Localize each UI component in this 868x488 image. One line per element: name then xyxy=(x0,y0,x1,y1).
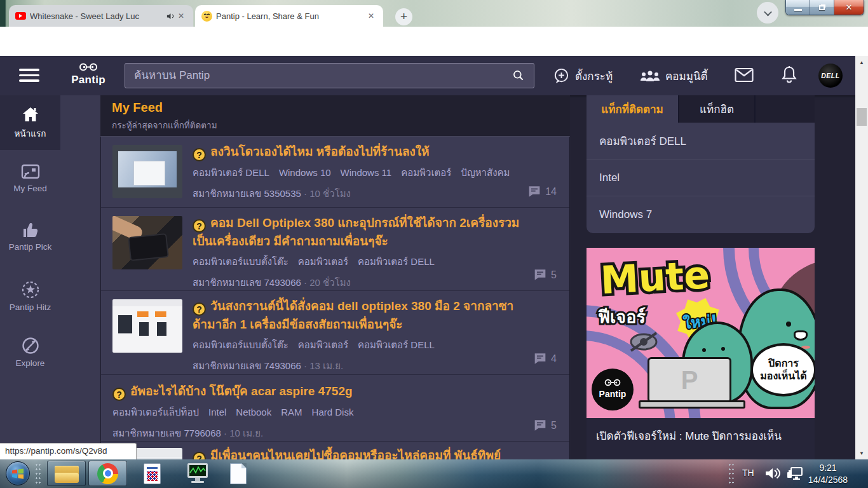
tag-link[interactable]: คอมพิวเตอร์ DELL xyxy=(358,256,435,267)
tag-link[interactable]: Netbook xyxy=(236,407,271,417)
tab-search-button[interactable] xyxy=(757,2,778,24)
search-input[interactable] xyxy=(125,69,512,82)
tag-link[interactable]: Windows 10 xyxy=(279,167,331,178)
tab-audio-icon[interactable] xyxy=(166,11,175,21)
tag-link[interactable]: Windows 11 xyxy=(341,167,392,178)
taskbar-document-icon[interactable] xyxy=(230,463,247,484)
user-avatar[interactable]: DELL xyxy=(818,64,843,88)
feed-item[interactable]: ?มีเพื่อนๆคนไหนเคยไปซื้อคอมหรืออะไหล่คอม… xyxy=(101,442,569,459)
people-group-icon xyxy=(640,69,660,83)
eye-slash-icon xyxy=(627,330,660,353)
tag-link[interactable]: Hard Disk xyxy=(312,407,354,417)
tag-link[interactable]: คอมพิวเตอร์แบบตั้งโต๊ะ xyxy=(193,339,288,350)
tag-row[interactable]: Intel xyxy=(587,159,815,196)
feed-item[interactable]: ?ลงวินโดวเองได้ไหม หรือต้องไปที่ร้านลงให… xyxy=(101,137,569,208)
scroll-down-button[interactable]: ▼ xyxy=(855,447,868,459)
tag-row[interactable]: คอมพิวเตอร์ DELL xyxy=(587,123,815,159)
volume-icon[interactable] xyxy=(764,466,781,483)
comment-count[interactable]: 5 xyxy=(534,419,557,431)
svg-text:Mute: Mute xyxy=(599,252,710,302)
tag-link[interactable]: คอมพิวเตอร์แล็ปท็อป xyxy=(112,407,199,417)
tag-link[interactable]: คอมพิวเตอร์แบบตั้งโต๊ะ xyxy=(193,256,288,267)
community-label: คอมมูนิตี้ xyxy=(665,67,708,85)
browser-tab-youtube[interactable]: Whitesnake - Sweet Lady Luc ✕ xyxy=(9,5,193,27)
tag-link[interactable]: คอมพิวเตอร์ xyxy=(401,167,451,178)
mute-feature-banner[interactable]: Mute ฟีเจอร์ ใหม่! xyxy=(587,248,815,418)
feed-item[interactable]: ?วันสงกรานต์นี้ได้สั่งคอม dell optiplex … xyxy=(101,291,569,375)
scrollbar-thumb[interactable] xyxy=(857,108,867,126)
question-topic-icon: ? xyxy=(193,148,206,161)
tag-link[interactable]: Intel xyxy=(208,407,226,417)
feed-item[interactable]: ?อัพอะไรได้บ้าง โน๊ตบุ๊ค acar aspire 475… xyxy=(101,375,569,442)
tray-grip[interactable] xyxy=(728,463,735,485)
window-minimize-button[interactable] xyxy=(786,0,810,15)
new-tab-button[interactable]: + xyxy=(395,8,412,25)
scroll-up-button[interactable]: ▲ xyxy=(855,56,868,69)
clock-time: 9:21 xyxy=(793,462,863,474)
sidebar-item-pantip-hitz[interactable]: Pantip Hitz xyxy=(0,281,60,312)
banner-caption[interactable]: เปิดตัวฟีเจอร์ใหม่ : Mute ปิดการมองเห็น xyxy=(587,418,815,459)
tag-link[interactable]: RAM xyxy=(281,407,302,417)
post-title[interactable]: ?ลงวินโดวเองได้ไหม หรือต้องไปที่ร้านลงให… xyxy=(193,143,524,161)
tab-close-icon[interactable]: ✕ xyxy=(365,10,377,22)
messages-button[interactable] xyxy=(735,67,754,85)
hamburger-menu-icon[interactable] xyxy=(19,69,39,85)
tag-row[interactable]: Windows 7 xyxy=(587,196,815,233)
search-icon[interactable] xyxy=(512,69,525,82)
sidebar-item-home[interactable]: หน้าแรก xyxy=(0,106,60,140)
tab-followed-tags[interactable]: แท็กที่ติดตาม xyxy=(587,95,678,123)
window-close-button[interactable]: ✕ xyxy=(834,0,864,15)
new-topic-button[interactable]: ตั้งกระทู้ xyxy=(553,56,613,95)
notifications-button[interactable] xyxy=(780,65,798,87)
window-restore-button[interactable] xyxy=(810,0,834,15)
taskbar-grip[interactable] xyxy=(35,463,42,485)
tab-hit-tags[interactable]: แท็กฮิต xyxy=(678,95,754,123)
site-logo[interactable]: Pantip xyxy=(69,62,108,86)
comment-count[interactable]: 4 xyxy=(534,353,557,365)
taskbar-monitor-icon[interactable] xyxy=(186,463,209,484)
site-search-box[interactable] xyxy=(125,63,534,88)
plus-bubble-icon xyxy=(553,67,570,85)
browser-tab-pantip[interactable]: Pantip - Learn, Share & Fun ✕ xyxy=(195,5,383,27)
post-title[interactable]: ?อัพอะไรได้บ้าง โน๊ตบุ๊ค acar aspire 475… xyxy=(112,383,524,401)
taskbar-clock[interactable]: 9:21 14/4/2568 xyxy=(793,462,863,486)
sidebar-item-pantip-pick[interactable]: Pantip Pick xyxy=(0,222,60,252)
tab-close-icon[interactable]: ✕ xyxy=(175,10,187,22)
taskbar-app-file-icon[interactable] xyxy=(144,463,161,484)
post-time: 20 ชั่วโมง xyxy=(309,277,351,288)
page-scrollbar[interactable]: ▲ ▼ xyxy=(855,56,868,459)
question-topic-icon: ? xyxy=(193,219,206,233)
language-indicator[interactable]: TH xyxy=(742,468,754,478)
sidebar-item-explore[interactable]: Explore xyxy=(0,337,60,368)
comment-count[interactable]: 14 xyxy=(528,186,557,198)
tag-link[interactable]: ปัญหาสังคม xyxy=(461,167,510,178)
post-thumbnail[interactable] xyxy=(112,299,182,353)
post-author[interactable]: สมาชิกหมายเลข 5350535 xyxy=(193,188,301,199)
feed-header: My Feed กระทู้ล่าสุดจากแท็กที่ติดตาม xyxy=(100,95,570,137)
tag-link[interactable]: คอมพิวเตอร์ xyxy=(298,339,348,350)
tab-bar-filler xyxy=(754,95,815,123)
post-title[interactable]: ?มีเพื่อนๆคนไหนเคยไปซื้อคอมหรืออะไหล่คอม… xyxy=(193,447,524,459)
question-topic-icon: ? xyxy=(193,452,206,459)
post-author[interactable]: สมาชิกหมายเลข 7493066 xyxy=(193,360,301,371)
taskbar-explorer-button[interactable] xyxy=(47,461,86,486)
comment-icon xyxy=(534,419,546,431)
tag-link[interactable]: คอมพิวเตอร์ DELL xyxy=(193,167,269,178)
community-button[interactable]: คอมมูนิตี้ xyxy=(640,56,708,95)
post-thumbnail[interactable] xyxy=(112,216,182,269)
post-author[interactable]: สมาชิกหมายเลข 7796068 xyxy=(112,428,221,438)
comment-icon xyxy=(534,269,546,281)
post-title[interactable]: ?วันสงกรานต์นี้ได้สั่งคอม dell optiplex … xyxy=(193,297,524,334)
tag-link[interactable]: คอมพิวเตอร์ xyxy=(298,256,348,267)
post-thumbnail[interactable] xyxy=(112,145,182,198)
start-button[interactable] xyxy=(6,461,30,485)
post-author[interactable]: สมาชิกหมายเลข 7493066 xyxy=(193,277,301,288)
sidebar-item-label: Pantip Hitz xyxy=(10,302,51,312)
sidebar-item-myfeed[interactable]: My Feed xyxy=(0,163,60,193)
comment-count[interactable]: 5 xyxy=(534,269,557,281)
chevron-down-icon xyxy=(764,8,772,16)
post-title[interactable]: ?คอม Dell Optiplex 380 แกะอุปกรณ์ที่ใช้ไ… xyxy=(193,214,524,250)
tag-link[interactable]: คอมพิวเตอร์ DELL xyxy=(358,339,435,350)
taskbar-chrome-button[interactable] xyxy=(88,461,127,486)
feed-item[interactable]: ?คอม Dell Optiplex 380 แกะอุปกรณ์ที่ใช้ไ… xyxy=(101,208,569,291)
